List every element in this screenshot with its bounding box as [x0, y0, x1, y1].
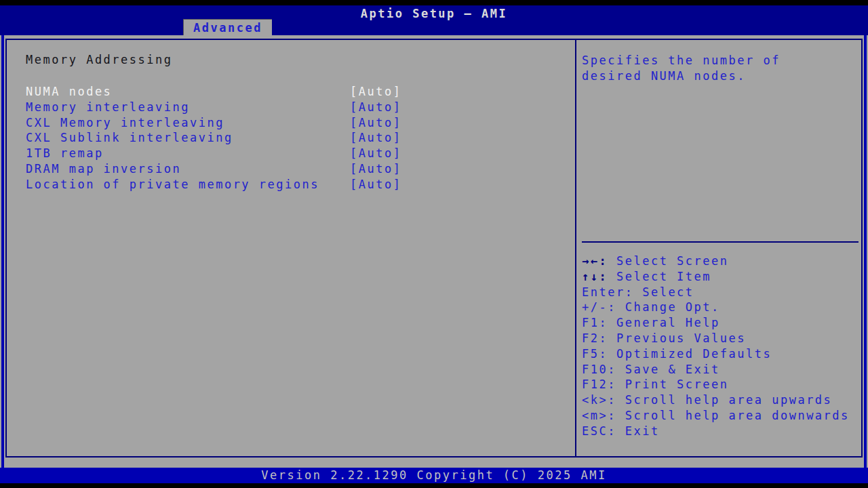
option-value[interactable]: [Auto] — [350, 100, 401, 115]
hotkey-key: Enter: — [582, 285, 633, 299]
option-label: Memory interleaving — [26, 100, 190, 114]
hotkey-key: ESC: — [582, 424, 616, 438]
hotkey-key: +/-: — [582, 300, 616, 314]
hotkey-scroll-down: <m>: Scroll help area downwards — [582, 408, 861, 424]
option-private-memory-regions[interactable]: Location of private memory regions [Auto… — [7, 177, 575, 192]
hotkey-select-screen: →←: Select Screen — [582, 253, 861, 269]
hotkey-change-opt: +/-: Change Opt. — [582, 300, 861, 315]
hotkey-enter: Enter: Select — [582, 285, 861, 300]
option-value[interactable]: [Auto] — [350, 146, 401, 161]
options-panel: Memory Addressing NUMA nodes [Auto] Memo… — [7, 40, 575, 456]
hotkey-key: ↑↓: — [582, 270, 608, 283]
hotkey-label: Select Item — [616, 270, 711, 283]
app-title: Aptio Setup – AMI — [0, 7, 868, 20]
version-text: Version 2.22.1290 Copyright (C) 2025 AMI — [261, 468, 606, 482]
hotkey-esc: ESC: Exit — [582, 424, 861, 439]
option-label: CXL Memory interleaving — [26, 116, 224, 129]
bios-setup-screen: Aptio Setup – AMI Advanced Memory Addres… — [0, 0, 868, 488]
option-label: NUMA nodes — [26, 85, 112, 98]
hotkey-key: →←: — [582, 254, 608, 268]
help-divider-line — [582, 241, 859, 243]
hotkey-key: F1: — [582, 316, 608, 329]
option-label: DRAM map inversion — [26, 162, 181, 176]
hotkey-key: F2: — [582, 331, 608, 345]
hotkey-label: Scroll help area downwards — [625, 409, 850, 422]
hotkey-f1: F1: General Help — [582, 315, 861, 331]
option-label: Location of private memory regions — [26, 178, 319, 191]
option-label: 1TB remap — [26, 146, 104, 160]
hotkey-label: Previous Values — [616, 331, 746, 345]
hotkey-label: Change Opt. — [625, 300, 720, 314]
option-value[interactable]: [Auto] — [350, 130, 401, 146]
header-bar: Aptio Setup – AMI Advanced — [0, 5, 868, 35]
hotkey-label: Print Screen — [625, 378, 729, 391]
hotkey-key: <k>: — [582, 393, 616, 407]
tab-advanced[interactable]: Advanced — [183, 19, 272, 35]
help-text: Specifies the number of desired NUMA nod… — [582, 53, 781, 84]
hotkey-label: Optimized Defaults — [616, 347, 772, 361]
hotkey-label: Scroll help area upwards — [625, 393, 833, 407]
hotkey-f5: F5: Optimized Defaults — [582, 346, 861, 362]
option-memory-interleaving[interactable]: Memory interleaving [Auto] — [7, 100, 575, 115]
hotkey-f2: F2: Previous Values — [582, 331, 861, 346]
hotkey-key: F10: — [582, 363, 616, 376]
hotkey-f10: F10: Save & Exit — [582, 362, 861, 378]
hotkey-select-item: ↑↓: Select Item — [582, 269, 861, 285]
hotkey-key: F5: — [582, 347, 608, 361]
option-value[interactable]: [Auto] — [350, 161, 401, 177]
option-1tb-remap[interactable]: 1TB remap [Auto] — [7, 146, 575, 161]
option-label: CXL Sublink interleaving — [26, 131, 233, 144]
hotkey-f12: F12: Print Screen — [582, 377, 861, 392]
hotkey-legend: →←: Select Screen ↑↓: Select Item Enter:… — [582, 253, 861, 439]
hotkey-label: General Help — [616, 316, 720, 329]
help-text-line: Specifies the number of — [582, 53, 781, 68]
option-dram-map-inversion[interactable]: DRAM map inversion [Auto] — [7, 161, 575, 177]
hotkey-label: Exit — [625, 424, 660, 438]
right-edge-strip — [864, 35, 867, 468]
setup-panel: Memory Addressing NUMA nodes [Auto] Memo… — [5, 39, 863, 458]
help-panel: Specifies the number of desired NUMA nod… — [576, 40, 861, 456]
hotkey-label: Select Screen — [616, 254, 729, 268]
option-value[interactable]: [Auto] — [350, 84, 401, 100]
option-cxl-sublink-interleaving[interactable]: CXL Sublink interleaving [Auto] — [7, 130, 575, 146]
help-text-line: desired NUMA nodes. — [582, 68, 781, 84]
hotkey-scroll-up: <k>: Scroll help area upwards — [582, 392, 861, 408]
options-list: NUMA nodes [Auto] Memory interleaving [A… — [7, 84, 575, 192]
option-value[interactable]: [Auto] — [350, 115, 401, 131]
hotkey-key: <m>: — [582, 409, 616, 422]
left-edge-strip — [1, 35, 4, 468]
option-numa-nodes[interactable]: NUMA nodes [Auto] — [7, 84, 575, 100]
hotkey-key: F12: — [582, 378, 616, 391]
hotkey-label: Save & Exit — [625, 363, 720, 376]
option-cxl-memory-interleaving[interactable]: CXL Memory interleaving [Auto] — [7, 115, 575, 131]
section-title: Memory Addressing — [26, 53, 173, 66]
footer-bar: Version 2.22.1290 Copyright (C) 2025 AMI — [0, 468, 868, 483]
option-value[interactable]: [Auto] — [350, 177, 401, 192]
hotkey-label: Select — [642, 285, 694, 299]
